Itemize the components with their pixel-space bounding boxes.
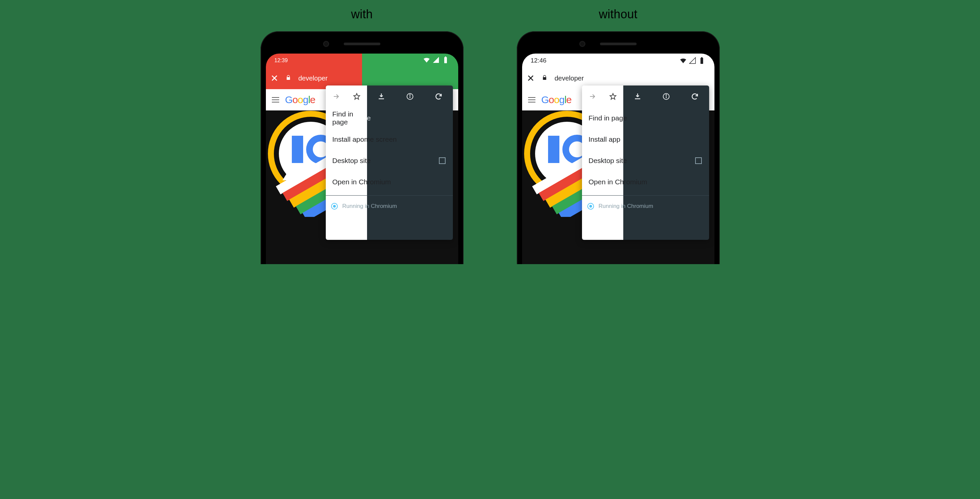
- chromium-icon: [331, 203, 338, 210]
- menu-item-find[interactable]: Find in page: [582, 108, 709, 129]
- checkbox-icon[interactable]: [439, 157, 445, 164]
- phone-camera: [579, 41, 585, 47]
- menu-footer: Running in Chromium: [582, 197, 709, 215]
- google-logo: Google: [541, 94, 572, 105]
- phone-left: 12:39 ✕ developer: [261, 31, 463, 264]
- phone-speaker: [344, 43, 380, 45]
- status-bar: 12:39: [266, 54, 458, 68]
- phone-speaker: [600, 43, 636, 45]
- refresh-icon[interactable]: [434, 92, 442, 100]
- battery-icon: [442, 56, 450, 64]
- status-icons: [423, 56, 450, 65]
- wifi-icon: [679, 57, 687, 65]
- status-bar: 12:46: [522, 54, 714, 68]
- phone-right: 12:46 ✕ developer Google: [517, 31, 720, 264]
- info-icon[interactable]: [662, 92, 670, 100]
- url-text: developer: [555, 75, 584, 82]
- svg-rect-16: [701, 57, 702, 58]
- menu-footer: Running in Chromium: [326, 197, 453, 215]
- status-icons: [679, 57, 706, 65]
- status-time: 12:39: [275, 57, 288, 64]
- google-logo: Google: [285, 94, 315, 105]
- forward-icon[interactable]: [588, 92, 596, 100]
- svg-rect-1: [445, 57, 446, 57]
- menu-item-open-chromium[interactable]: Open in Chromium: [582, 171, 709, 192]
- svg-point-29: [666, 95, 667, 95]
- hamburger-icon[interactable]: [272, 97, 279, 102]
- svg-rect-4: [292, 136, 303, 163]
- refresh-icon[interactable]: [691, 92, 699, 100]
- checkbox-icon[interactable]: [695, 157, 702, 164]
- wifi-icon: [423, 56, 431, 64]
- info-icon[interactable]: [406, 92, 414, 100]
- menu-item-install[interactable]: Install app: [582, 129, 709, 150]
- lock-icon: [542, 75, 547, 82]
- svg-rect-15: [700, 58, 703, 64]
- overflow-menu: Find in page Install app Desktop site Op…: [582, 86, 709, 240]
- label-with: with: [351, 7, 373, 21]
- battery-icon: [698, 57, 706, 65]
- download-icon[interactable]: [377, 92, 385, 100]
- lock-icon: [285, 75, 291, 82]
- close-icon[interactable]: ✕: [527, 73, 535, 84]
- label-without: without: [599, 7, 637, 21]
- svg-point-14: [410, 95, 410, 95]
- close-icon[interactable]: ✕: [270, 73, 278, 84]
- star-icon[interactable]: [353, 92, 361, 100]
- svg-rect-19: [548, 136, 559, 163]
- menu-item-install[interactable]: Install apome screen: [326, 129, 453, 150]
- hamburger-icon[interactable]: [528, 97, 535, 102]
- chromium-icon: [587, 203, 594, 210]
- phone-camera: [323, 41, 329, 47]
- star-icon[interactable]: [609, 92, 617, 100]
- menu-item-open-chromium[interactable]: Open in Chromium: [326, 171, 453, 192]
- menu-item-desktop[interactable]: Desktop site: [326, 150, 453, 171]
- status-time: 12:46: [531, 57, 547, 64]
- forward-icon[interactable]: [332, 92, 340, 100]
- signal-icon: [432, 56, 440, 64]
- download-icon[interactable]: [633, 92, 641, 100]
- overflow-menu: Find in page Install apome screen Deskto…: [326, 86, 453, 240]
- svg-rect-0: [444, 57, 447, 63]
- menu-item-desktop[interactable]: Desktop site: [582, 150, 709, 171]
- signal-icon: [689, 57, 697, 65]
- url-text: developer: [299, 75, 328, 82]
